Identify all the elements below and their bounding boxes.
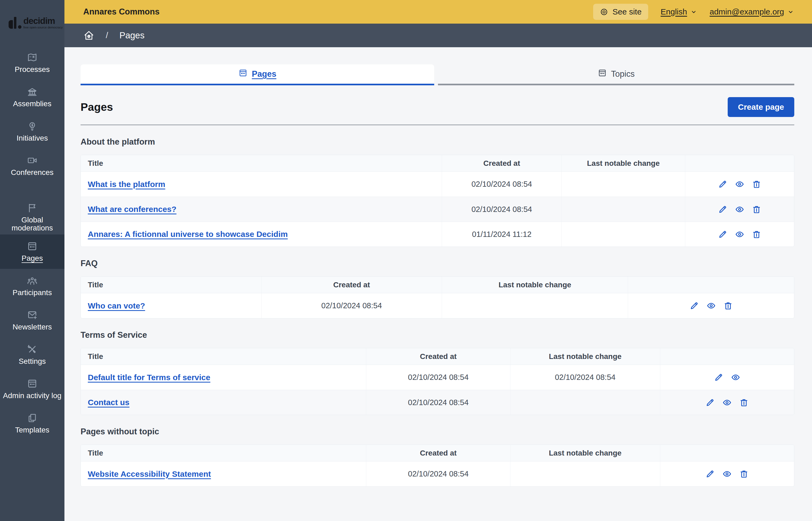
edit-button[interactable] <box>714 372 723 382</box>
sidebar-item-participants[interactable]: Participants <box>0 269 64 303</box>
sidebar-item-assemblies[interactable]: Assemblies <box>0 80 64 114</box>
title-cell: Annares: A fictionnal universe to showca… <box>81 222 442 247</box>
sidebar-item-templates[interactable]: Templates <box>0 406 64 440</box>
column-header-created-at: Created at <box>261 277 442 293</box>
title-cell: Default title for Terms of service <box>81 365 366 390</box>
page-title-link[interactable]: What are conferences? <box>88 205 176 213</box>
last-change-cell <box>510 461 660 486</box>
created-at-cell: 02/10/2024 08:54 <box>366 461 510 486</box>
column-header-last-notable-change: Last notable change <box>561 155 685 172</box>
edit-button[interactable] <box>718 205 727 214</box>
table-row: Contact us02/10/2024 08:54 <box>81 390 794 415</box>
preview-button[interactable] <box>735 230 744 239</box>
eye-icon <box>731 372 740 382</box>
sidebar-item-settings[interactable]: Settings <box>0 338 64 372</box>
created-at-cell: 02/10/2024 08:54 <box>442 197 561 222</box>
home-icon[interactable] <box>83 30 94 41</box>
sidebar-item-admin-activity-log[interactable]: Admin activity log <box>0 372 64 406</box>
trash-icon <box>739 469 749 479</box>
actions-cell <box>660 365 794 390</box>
last-change-cell <box>561 172 685 197</box>
sidebar-item-label: Global moderations <box>0 216 64 232</box>
delete-button[interactable] <box>752 180 761 189</box>
language-dropdown[interactable]: English <box>661 7 697 16</box>
preview-button[interactable] <box>706 301 716 310</box>
tab-topics[interactable]: Topics <box>438 64 794 85</box>
article-icon <box>238 68 248 80</box>
sections-container: About the platformTitleCreated atLast no… <box>81 137 794 486</box>
language-label: English <box>661 7 687 16</box>
breadcrumb-separator: / <box>106 30 108 40</box>
sidebar-item-pages[interactable]: Pages <box>0 234 64 269</box>
sidebar-item-label: Conferences <box>10 168 55 177</box>
sidebar-item-label: Assemblies <box>12 100 52 108</box>
sidebar: decidim free open-source democracy Proce… <box>0 0 64 521</box>
edit-button[interactable] <box>689 301 699 310</box>
preview-button[interactable] <box>735 180 744 189</box>
eye-icon <box>722 469 732 479</box>
edit-button[interactable] <box>718 180 727 189</box>
pages-section-about-the-platform: About the platformTitleCreated atLast no… <box>81 137 794 247</box>
table-row: What is the platform02/10/2024 08:54 <box>81 172 794 197</box>
pages-table: TitleCreated atLast notable changeWho ca… <box>81 276 794 318</box>
sidebar-item-initiatives[interactable]: Initiatives <box>0 114 64 149</box>
delete-button[interactable] <box>723 301 733 310</box>
page-title-link[interactable]: Default title for Terms of service <box>88 373 210 382</box>
page-title-link[interactable]: Contact us <box>88 398 129 407</box>
delete-button[interactable] <box>739 469 749 479</box>
breadcrumb-current: Pages <box>120 30 145 41</box>
edit-button[interactable] <box>718 230 727 239</box>
user-menu-dropdown[interactable]: admin@example.org <box>710 7 794 16</box>
preview-button[interactable] <box>722 398 732 407</box>
edit-button[interactable] <box>705 469 715 479</box>
page-title-link[interactable]: What is the platform <box>88 180 165 188</box>
create-page-button[interactable]: Create page <box>728 97 794 117</box>
last-change-cell <box>442 293 628 318</box>
page-title-link[interactable]: Annares: A fictionnal universe to showca… <box>88 230 288 239</box>
mail-add-icon <box>27 310 38 320</box>
see-site-button[interactable]: See site <box>593 4 648 20</box>
edit-icon <box>705 469 715 479</box>
tab-pages[interactable]: Pages <box>81 64 434 85</box>
preview-button[interactable] <box>722 469 732 479</box>
table-row: Website Accessibility Statement02/10/202… <box>81 461 794 486</box>
column-header-last-notable-change: Last notable change <box>442 277 628 293</box>
column-header-title: Title <box>81 445 366 461</box>
page-title-link[interactable]: Website Accessibility Statement <box>88 470 211 478</box>
sidebar-item-conferences[interactable]: Conferences <box>0 149 64 183</box>
edit-icon <box>718 180 727 189</box>
title-cell: What is the platform <box>81 172 442 197</box>
table-row: Annares: A fictionnal universe to showca… <box>81 222 794 247</box>
last-change-cell: 02/10/2024 08:54 <box>510 365 660 390</box>
article-icon <box>27 378 38 389</box>
column-header-actions <box>685 155 794 172</box>
topbar: Annares Commons See site English admin@e… <box>64 0 812 24</box>
eye-icon <box>735 180 744 189</box>
title-cell: What are conferences? <box>81 197 442 222</box>
bank-icon <box>27 86 38 97</box>
sidebar-item-global-moderations[interactable]: Global moderations <box>0 200 64 234</box>
table-header-row: TitleCreated atLast notable change <box>81 348 794 365</box>
column-header-actions <box>660 348 794 365</box>
main-area: Annares Commons See site English admin@e… <box>64 0 812 521</box>
delete-button[interactable] <box>752 205 761 214</box>
preview-button[interactable] <box>735 205 744 214</box>
last-change-cell <box>510 390 660 415</box>
decidim-logo[interactable]: decidim free open-source democracy <box>0 0 64 46</box>
pages-table: TitleCreated atLast notable changeDefaul… <box>81 348 794 415</box>
sidebar-item-newsletters[interactable]: Newsletters <box>0 303 64 338</box>
sidebar-nav: ProcessesAssembliesInitiativesConference… <box>0 46 64 440</box>
preview-button[interactable] <box>731 372 740 382</box>
edit-button[interactable] <box>705 398 715 407</box>
sidebar-item-processes[interactable]: Processes <box>0 46 64 80</box>
delete-button[interactable] <box>739 398 749 407</box>
copy-icon <box>27 413 38 423</box>
delete-button[interactable] <box>752 230 761 239</box>
column-header-actions <box>660 445 794 461</box>
tabs: Pages Topics <box>81 64 794 85</box>
people-icon <box>27 275 38 286</box>
page-title-link[interactable]: Who can vote? <box>88 301 145 310</box>
table-header-row: TitleCreated atLast notable change <box>81 445 794 461</box>
table-header-row: TitleCreated atLast notable change <box>81 155 794 172</box>
column-header-actions <box>628 277 794 293</box>
